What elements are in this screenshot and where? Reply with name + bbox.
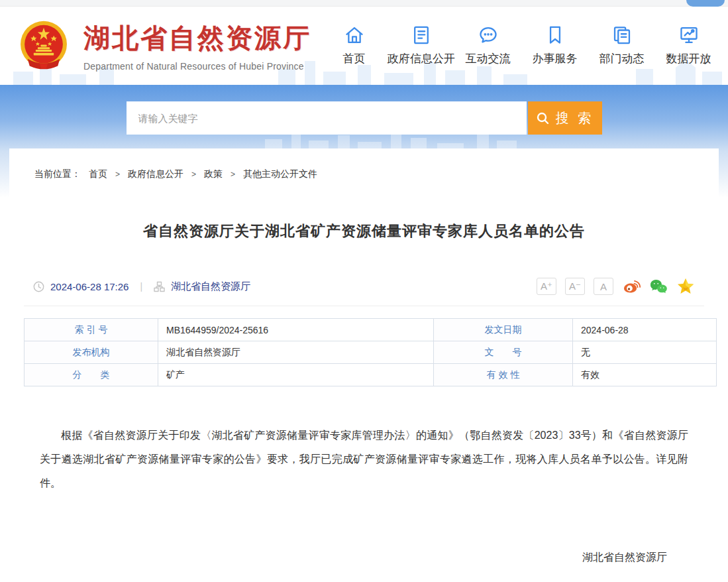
- breadcrumb-policy[interactable]: 政策: [204, 168, 223, 180]
- nav-item-services[interactable]: 办事服务: [521, 25, 588, 66]
- meta-label-category: 分 类: [25, 364, 158, 386]
- breadcrumb-current[interactable]: 其他主动公开文件: [243, 168, 317, 180]
- breadcrumb-separator: >: [191, 170, 196, 179]
- search-band: 搜 索: [0, 85, 728, 151]
- article-meta-tools: A⁺ A⁻ A: [537, 277, 695, 296]
- meta-label-index: 索 引 号: [25, 319, 158, 341]
- meta-label-doc-number: 文 号: [434, 341, 573, 364]
- meta-divider: [24, 306, 704, 306]
- nav-item-department-news[interactable]: 部门动态: [588, 25, 655, 66]
- breadcrumb-separator: >: [231, 170, 235, 179]
- font-smaller-button[interactable]: A⁻: [565, 278, 585, 295]
- breadcrumb-separator: >: [115, 170, 120, 179]
- home-icon: [344, 25, 364, 45]
- search-button-label: 搜 索: [556, 109, 594, 127]
- nav-label: 数据开放: [655, 51, 722, 66]
- table-row: 索 引 号 MB1644959/2024-25616 发文日期 2024-06-…: [25, 319, 717, 341]
- wechat-share-icon[interactable]: [649, 277, 668, 296]
- meta-value-doc-number: 无: [573, 341, 717, 364]
- qzone-share-icon[interactable]: [676, 277, 695, 296]
- font-reset-button[interactable]: A: [594, 278, 613, 295]
- page-title: 省自然资源厅关于湖北省矿产资源储量评审专家库人员名单的公告: [24, 221, 704, 241]
- brand-text: 湖北省自然资源厅 Department of Natural Resources…: [83, 20, 311, 72]
- meta-separator: |: [140, 281, 142, 292]
- signature-org: 湖北省自然资源厅: [24, 551, 667, 565]
- table-row: 发布机构 湖北省自然资源厅 文 号 无: [25, 341, 717, 364]
- nav-item-home[interactable]: 首页: [321, 25, 388, 66]
- chat-icon: [478, 25, 498, 45]
- document-meta-table: 索 引 号 MB1644959/2024-25616 发文日期 2024-06-…: [24, 318, 717, 386]
- publish-time: 2024-06-28 17:26: [50, 281, 129, 292]
- nav-label: 互动交流: [454, 51, 521, 66]
- floating-widget-button[interactable]: [686, 0, 725, 7]
- site-brand[interactable]: 湖北省自然资源厅 Department of Natural Resources…: [19, 20, 311, 72]
- top-strip: [0, 0, 728, 7]
- meta-value-category: 矿产: [158, 364, 434, 386]
- source-org-icon: [154, 281, 165, 292]
- main-nav: 首页 政府信息公开 互动交流 办事服务 部门动态: [321, 25, 722, 66]
- font-larger-button[interactable]: A⁺: [537, 278, 556, 295]
- nav-label: 政府信息公开: [388, 51, 454, 66]
- meta-value-validity: 有效: [573, 364, 717, 386]
- search-button[interactable]: 搜 索: [528, 101, 602, 135]
- clock-icon: [33, 281, 44, 292]
- search-box: 搜 索: [127, 101, 602, 135]
- monitor-chart-icon: [679, 25, 699, 45]
- article-body: 根据《省自然资源厅关于印发〈湖北省矿产资源储量评审专家库管理办法〉的通知》（鄂自…: [24, 424, 704, 495]
- meta-value-agency: 湖北省自然资源厅: [158, 341, 434, 364]
- bookmark-icon: [545, 25, 565, 45]
- nav-item-open-data[interactable]: 数据开放: [655, 25, 722, 66]
- search-icon: [536, 111, 550, 125]
- article-meta-bar: 2024-06-28 17:26 | 湖北省自然资源厅 A⁺ A⁻ A: [24, 277, 704, 296]
- article-signature: 湖北省自然资源厅 2024年6月28日: [24, 551, 704, 582]
- nav-item-interaction[interactable]: 互动交流: [454, 25, 521, 66]
- site-header: 湖北省自然资源厅 Department of Natural Resources…: [0, 7, 728, 85]
- copy-icon: [612, 25, 632, 45]
- article-source: 湖北省自然资源厅: [171, 280, 250, 293]
- site-subtitle: Department of Natural Resources of Hubei…: [83, 61, 311, 72]
- meta-label-issue-date: 发文日期: [434, 319, 573, 341]
- breadcrumb-gov-info[interactable]: 政府信息公开: [128, 168, 183, 180]
- meta-value-index: MB1644959/2024-25616: [158, 319, 434, 341]
- breadcrumb-prefix: 当前位置：: [34, 168, 81, 180]
- search-input[interactable]: [127, 101, 527, 135]
- meta-value-issue-date: 2024-06-28: [573, 319, 717, 341]
- article-meta-left: 2024-06-28 17:26 | 湖北省自然资源厅: [33, 280, 250, 293]
- nav-label: 办事服务: [521, 51, 588, 66]
- nav-label: 首页: [321, 51, 388, 66]
- national-emblem-logo: [19, 21, 69, 71]
- weibo-share-icon[interactable]: [622, 277, 641, 296]
- table-row: 分 类 矿产 有 效 性 有效: [25, 364, 717, 386]
- site-title: 湖北省自然资源厅: [83, 20, 311, 56]
- nav-item-gov-info[interactable]: 政府信息公开: [388, 25, 454, 66]
- content-card: 当前位置： 首页 > 政府信息公开 > 政策 > 其他主动公开文件 省自然资源厅…: [9, 148, 719, 582]
- meta-label-validity: 有 效 性: [434, 364, 573, 386]
- breadcrumb: 当前位置： 首页 > 政府信息公开 > 政策 > 其他主动公开文件: [24, 148, 704, 180]
- nav-label: 部门动态: [588, 51, 655, 66]
- breadcrumb-home[interactable]: 首页: [89, 168, 107, 180]
- document-icon: [411, 25, 431, 45]
- meta-label-agency: 发布机构: [25, 341, 158, 364]
